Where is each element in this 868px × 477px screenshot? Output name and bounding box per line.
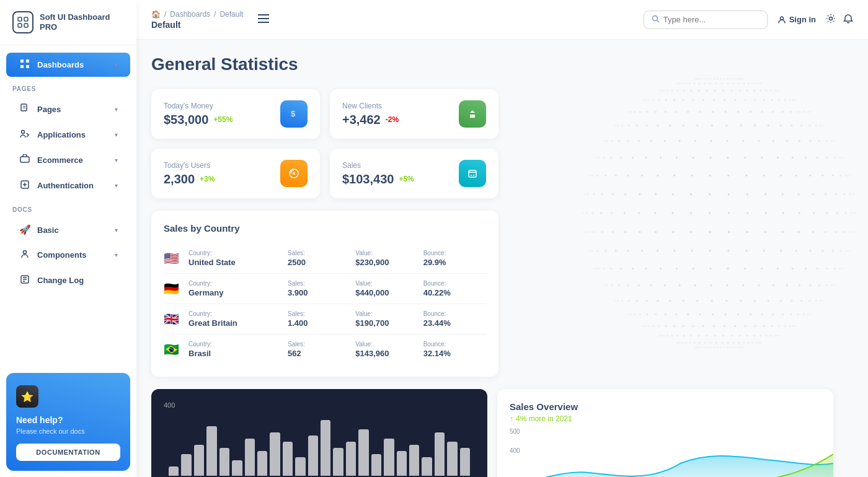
svg-point-322 bbox=[610, 157, 612, 159]
changelog-icon bbox=[19, 274, 31, 286]
svg-point-30 bbox=[293, 172, 295, 175]
svg-point-464 bbox=[733, 82, 735, 84]
settings-icon[interactable] bbox=[826, 14, 836, 26]
svg-point-330 bbox=[727, 157, 729, 159]
svg-point-179 bbox=[773, 284, 774, 286]
svg-point-419 bbox=[734, 99, 736, 101]
help-title: Need help? bbox=[16, 415, 120, 425]
svg-point-360 bbox=[825, 140, 827, 142]
svg-point-294 bbox=[843, 193, 845, 195]
svg-point-458 bbox=[699, 82, 701, 84]
ecommerce-chevron: ▾ bbox=[115, 157, 118, 164]
svg-point-317 bbox=[846, 175, 848, 177]
svg-point-117 bbox=[784, 325, 786, 327]
svg-point-320 bbox=[597, 157, 599, 159]
svg-point-223 bbox=[780, 250, 782, 252]
svg-point-55 bbox=[676, 342, 678, 344]
svg-point-423 bbox=[771, 99, 773, 101]
svg-point-56 bbox=[678, 342, 680, 344]
applications-label: Applications bbox=[37, 130, 86, 139]
sales-country-title: Sales by Country bbox=[164, 223, 486, 234]
svg-point-159 bbox=[791, 300, 793, 302]
svg-point-210 bbox=[591, 250, 593, 252]
svg-point-405 bbox=[807, 111, 808, 113]
svg-point-262 bbox=[690, 212, 692, 214]
sidebar-item-changelog[interactable]: Change Log bbox=[6, 268, 130, 292]
svg-point-437 bbox=[698, 90, 700, 92]
sidebar-item-basic[interactable]: 🚀 Basic ▾ bbox=[6, 218, 130, 242]
svg-point-427 bbox=[792, 99, 794, 101]
svg-point-288 bbox=[764, 193, 766, 195]
svg-point-441 bbox=[731, 90, 733, 92]
svg-point-51 bbox=[739, 346, 741, 348]
svg-point-131 bbox=[712, 313, 714, 315]
svg-point-392 bbox=[675, 111, 677, 113]
svg-point-369 bbox=[657, 125, 658, 126]
sign-in-link[interactable]: Sign in bbox=[777, 15, 816, 24]
search-box[interactable] bbox=[644, 11, 768, 29]
svg-point-216 bbox=[657, 250, 658, 252]
page-title-header: Default bbox=[151, 20, 243, 30]
overview-y-labels: 500 400 bbox=[510, 428, 821, 454]
svg-point-191 bbox=[620, 268, 622, 269]
country-name-br: Brasil bbox=[188, 349, 283, 358]
svg-point-37 bbox=[699, 346, 701, 348]
svg-point-94 bbox=[765, 335, 767, 336]
svg-point-270 bbox=[826, 212, 828, 214]
notifications-icon[interactable] bbox=[843, 14, 853, 26]
svg-point-64 bbox=[709, 342, 711, 344]
svg-point-146 bbox=[628, 300, 630, 302]
svg-point-71 bbox=[748, 342, 750, 344]
svg-point-281 bbox=[639, 193, 640, 195]
svg-point-218 bbox=[691, 250, 693, 252]
svg-point-383 bbox=[820, 125, 822, 126]
svg-point-128 bbox=[675, 313, 677, 315]
menu-toggle-button[interactable] bbox=[253, 11, 274, 28]
svg-point-247 bbox=[812, 231, 814, 233]
svg-point-143 bbox=[614, 300, 616, 302]
svg-point-452 bbox=[678, 82, 680, 84]
sidebar-item-ecommerce[interactable]: Ecommerce ▾ bbox=[6, 148, 130, 172]
svg-point-447 bbox=[770, 90, 772, 92]
svg-point-220 bbox=[727, 250, 729, 252]
svg-point-442 bbox=[738, 90, 740, 92]
svg-point-335 bbox=[805, 157, 807, 159]
sidebar-item-dashboards[interactable]: Dashboards ▾ bbox=[6, 53, 130, 77]
sign-in-label: Sign in bbox=[789, 15, 816, 24]
svg-point-366 bbox=[628, 125, 630, 126]
sidebar-item-authentication[interactable]: Authentication ▾ bbox=[6, 173, 130, 198]
home-icon: 🏠 bbox=[151, 10, 161, 19]
svg-point-162 bbox=[815, 300, 817, 302]
svg-point-160 bbox=[800, 300, 802, 302]
breadcrumb: 🏠 / Dashboards / Default Default bbox=[151, 10, 243, 30]
sidebar-item-components[interactable]: Components ▾ bbox=[6, 243, 130, 267]
svg-point-152 bbox=[696, 300, 698, 302]
svg-point-411 bbox=[658, 99, 660, 101]
svg-point-355 bbox=[773, 140, 774, 142]
documentation-button[interactable]: DOCUMENTATION bbox=[16, 444, 120, 461]
svg-point-354 bbox=[758, 140, 760, 142]
sidebar-item-applications[interactable]: Applications ▾ bbox=[6, 123, 130, 147]
country-row-br: 🇧🇷 Country: Brasil Sales: 562 Value: $14… bbox=[164, 335, 486, 364]
svg-point-238 bbox=[655, 231, 657, 233]
country-sales-de: 3.900 bbox=[288, 288, 350, 297]
svg-point-420 bbox=[745, 99, 746, 101]
app-name: Soft UI Dashboard PRO bbox=[40, 12, 124, 32]
country-value-us: $230,900 bbox=[355, 258, 418, 267]
svg-point-409 bbox=[647, 99, 649, 101]
sidebar: Soft UI Dashboard PRO Dashboards ▾ PAGES… bbox=[0, 0, 136, 477]
svg-point-321 bbox=[603, 157, 604, 159]
svg-point-261 bbox=[671, 212, 673, 214]
svg-point-459 bbox=[704, 82, 706, 84]
breadcrumb-dashboards[interactable]: Dashboards bbox=[170, 10, 210, 19]
svg-point-242 bbox=[728, 231, 730, 233]
svg-point-476 bbox=[698, 78, 699, 80]
svg-point-83 bbox=[683, 335, 685, 336]
search-input[interactable] bbox=[663, 15, 760, 24]
svg-point-121 bbox=[627, 313, 629, 315]
svg-point-206 bbox=[834, 268, 836, 269]
svg-point-229 bbox=[846, 250, 848, 252]
sidebar-item-pages[interactable]: Pages ▾ bbox=[6, 97, 130, 121]
svg-point-483 bbox=[717, 78, 719, 80]
svg-point-429 bbox=[659, 90, 661, 92]
